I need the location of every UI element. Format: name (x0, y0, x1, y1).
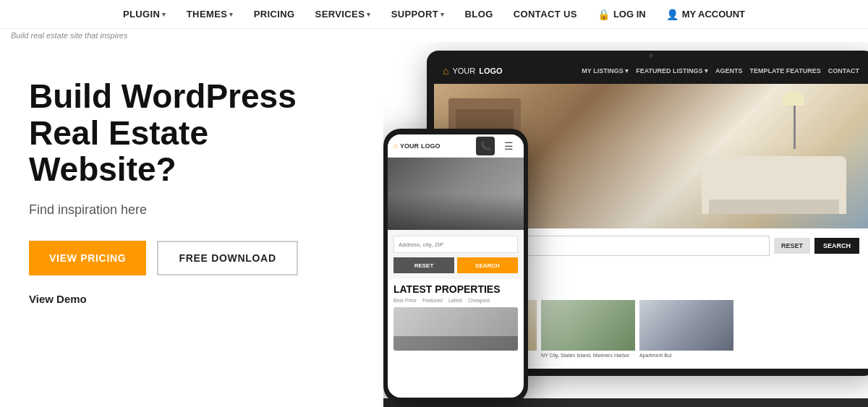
user-icon: 👤 (666, 9, 678, 20)
property-caption: Apartment Bul (639, 351, 733, 360)
phone-tab-featured[interactable]: Featured (422, 298, 443, 303)
sofa-decoration (702, 156, 846, 214)
view-pricing-button[interactable]: VIEW PRICING (29, 241, 146, 275)
phone-search-buttons: Reset Search (393, 257, 518, 273)
phone-search-area: Reset Search (388, 230, 524, 279)
tablet-nav-item[interactable]: TEMPLATE FEATURES (750, 67, 821, 74)
nav-pricing[interactable]: PRICING (254, 9, 295, 20)
property-card: NY City, Staten Island, Mariners Harbor (541, 300, 635, 360)
phone-nav: ⌂ YOUR LOGO 📞 ☰ (388, 134, 524, 158)
chevron-down-icon: ▾ (162, 11, 166, 18)
hero-subtitle: Find inspiration here (29, 202, 354, 218)
lamp-decoration (793, 91, 796, 149)
property-caption: NY City, Staten Island, Mariners Harbor (541, 351, 635, 360)
lock-icon: 🔒 (597, 9, 610, 20)
property-image (541, 300, 635, 351)
chevron-down-icon: ▾ (229, 11, 233, 18)
phone-search-input[interactable] (393, 236, 518, 253)
nav-plugin[interactable]: PLUGIN ▾ (123, 9, 166, 20)
hero-title: Build WordPress Real Estate Website? (29, 78, 354, 188)
tablet-nav-item[interactable]: MY LISTINGS ▾ (582, 67, 629, 74)
nav-support[interactable]: SUPPORT ▾ (391, 9, 445, 20)
nav-contact[interactable]: CONTACT US (514, 9, 577, 20)
phone-screen: ⌂ YOUR LOGO 📞 ☰ Reset Search (388, 134, 524, 398)
nav-blog[interactable]: BLOG (465, 9, 493, 20)
hamburger-menu-icon[interactable]: ☰ (499, 137, 518, 155)
hero-left: Build WordPress Real Estate Website? Fin… (0, 42, 383, 407)
tablet-nav-item[interactable]: CONTACT (828, 67, 859, 74)
house-icon: ⌂ (443, 65, 448, 77)
phone-tab-latest[interactable]: Latest (448, 298, 462, 303)
phone-reset-button[interactable]: Reset (393, 257, 454, 273)
property-card: Apartment Bul (639, 300, 733, 360)
tablet-search-button[interactable]: SEARCH (814, 238, 859, 254)
chevron-down-icon: ▾ (367, 11, 370, 18)
phone-properties-title: LATEST PROPERTIES (388, 279, 524, 298)
phone-property-preview (393, 307, 518, 351)
phone-hero-image (388, 158, 524, 230)
phone-search-button[interactable]: Search (457, 257, 518, 273)
phone-tabs: Best Price Featured Latest Cheapest (388, 298, 524, 307)
phone-mockup: ⌂ YOUR LOGO 📞 ☰ Reset Search (383, 129, 528, 403)
tablet-logo: ⌂ YOUR LOGO (443, 65, 503, 77)
main-nav: PLUGIN ▾ THEMES ▾ PRICING SERVICES ▾ SUP… (0, 0, 868, 29)
chevron-down-icon: ▾ (441, 11, 444, 18)
tablet-nav-items: MY LISTINGS ▾ FEATURED LISTINGS ▾ AGENTS… (513, 67, 859, 74)
free-download-button[interactable]: FREE DOWNLOAD (157, 241, 297, 275)
phone-hero-overlay (388, 194, 524, 230)
phone-call-button[interactable]: 📞 (476, 137, 495, 155)
my-account-button[interactable]: 👤 MY ACCOUNT (666, 9, 745, 20)
nav-themes[interactable]: THEMES ▾ (187, 9, 234, 20)
phone-logo: ⌂ YOUR LOGO (393, 142, 472, 150)
tagline: Build real estate site that inspires (0, 29, 868, 42)
nav-services[interactable]: SERVICES ▾ (315, 9, 371, 20)
tablet-nav-item[interactable]: AGENTS (715, 67, 743, 74)
house-icon: ⌂ (393, 142, 398, 150)
hero-buttons: VIEW PRICING FREE DOWNLOAD (29, 241, 354, 275)
login-button[interactable]: 🔒 LOG IN (597, 9, 646, 20)
property-image (639, 300, 733, 351)
view-demo-link[interactable]: View Demo (29, 293, 87, 305)
tablet-nav-item[interactable]: FEATURED LISTINGS ▾ (636, 67, 708, 74)
phone-tab-cheapest[interactable]: Cheapest (468, 298, 490, 303)
tablet-nav: ⌂ YOUR LOGO MY LISTINGS ▾ FEATURED LISTI… (434, 58, 868, 84)
phone-tab-bestprice[interactable]: Best Price (393, 298, 417, 303)
tablet-reset-button[interactable]: RESET (774, 238, 810, 254)
hero-right: ⌂ YOUR LOGO MY LISTINGS ▾ FEATURED LISTI… (383, 42, 868, 407)
hero-section: Build WordPress Real Estate Website? Fin… (0, 42, 868, 407)
